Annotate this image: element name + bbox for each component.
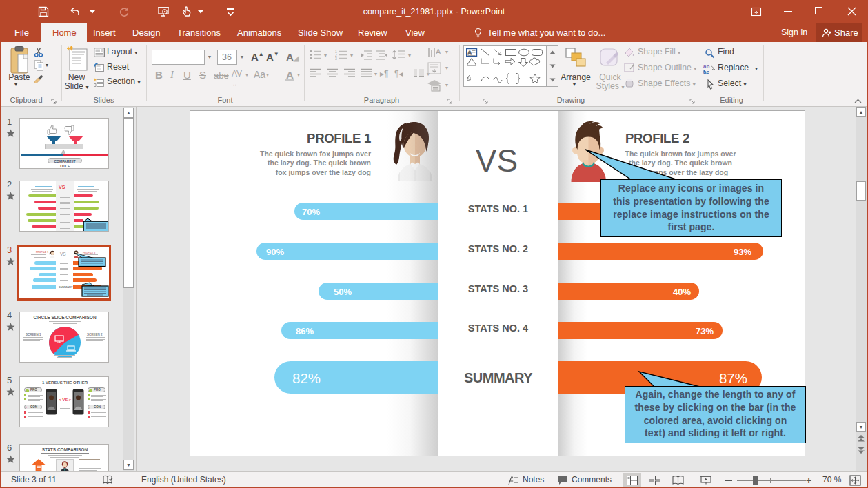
svg-text:A: A	[467, 50, 472, 56]
svg-text:A: A	[436, 48, 441, 56]
svg-text:3: 3	[335, 57, 337, 61]
